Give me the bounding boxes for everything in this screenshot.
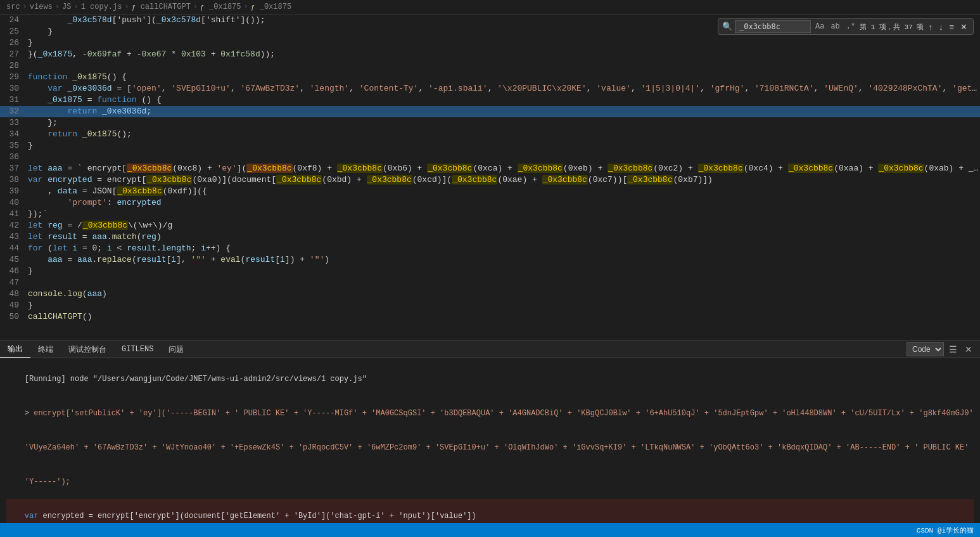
table-row: 43 let result = aaa.match(reg) xyxy=(0,231,980,243)
table-row: 26 } xyxy=(0,37,980,49)
list-item: 'Y-----'); xyxy=(6,465,974,499)
close-search-button[interactable]: ✕ xyxy=(958,22,969,32)
table-row: 50 callCHATGPT() xyxy=(0,311,980,323)
table-row: 33 }; xyxy=(0,117,980,129)
editor-area: 🔍 Aa ab .* 第 1 项，共 37 项 ↑ ↓ ≡ ✕ 24 _0x3c… xyxy=(0,15,980,340)
panel-settings-button[interactable]: ☰ xyxy=(946,344,960,355)
table-row: 31 _0x1875 = function () { xyxy=(0,94,980,106)
list-item: > encrypt['setPublicK' + 'ey']('-----BEG… xyxy=(6,396,974,430)
table-row: 34 return _0x1875(); xyxy=(0,129,980,140)
status-right: CSDN @i学长的猫 xyxy=(917,526,974,535)
table-row: 28 xyxy=(0,60,980,72)
function-icon: ƒ xyxy=(132,3,139,11)
tab-debug[interactable]: 调试控制台 xyxy=(61,342,114,358)
table-row: 46 } xyxy=(0,266,980,277)
search-icon: 🔍 xyxy=(722,22,732,32)
table-row: 32 return _0xe3036d; xyxy=(0,106,980,117)
breadcrumb-views[interactable]: views xyxy=(30,3,53,11)
breadcrumb: src › views › JS › 1 copy.js › ƒ callCHA… xyxy=(0,0,980,15)
table-row: 40 'prompt': encrypted xyxy=(0,197,980,209)
breadcrumb-0x1875a[interactable]: ƒ _0x1875 xyxy=(200,3,241,11)
table-row: 49 } xyxy=(0,300,980,311)
breadcrumb-src[interactable]: src xyxy=(6,3,20,11)
tab-problems[interactable]: 问题 xyxy=(161,342,191,358)
table-row: 41 });` xyxy=(0,209,980,220)
whole-word-icon[interactable]: ab xyxy=(829,22,841,32)
terminal-output: [Running] node "/Users/wangjun/Code/JNET… xyxy=(0,358,980,523)
code-editor[interactable]: 24 _0x3c578d['push'](_0x3c578d['shift'](… xyxy=(0,15,980,340)
table-row: 45 aaa = aaa.replace(result[i], '"' + ev… xyxy=(0,254,980,266)
breadcrumb-0x1875b[interactable]: ƒ _0x1875 xyxy=(251,3,291,11)
table-row: 44 for (let i = 0; i < result.length; i+… xyxy=(0,243,980,254)
output-dropdown[interactable]: Code xyxy=(907,342,944,356)
table-row: 38 var encrypted = encrypt[_0x3cbb8c(0xa… xyxy=(0,174,980,186)
case-sensitive-icon[interactable]: Aa xyxy=(813,22,826,32)
svg-text:ƒ: ƒ xyxy=(251,4,255,11)
list-item: var encrypted = encrypt['encrypt'](docum… xyxy=(6,499,974,523)
table-row: 48 console.log(aaa) xyxy=(0,288,980,300)
tab-output[interactable]: 输出 xyxy=(0,341,30,358)
next-match-button[interactable]: ↓ xyxy=(937,22,945,32)
regex-icon[interactable]: .* xyxy=(844,22,857,32)
search-menu-button[interactable]: ≡ xyxy=(947,22,956,32)
table-row: 42 let reg = /_0x3cbb8c\(\w+\)/g xyxy=(0,220,980,231)
tab-gitlens[interactable]: GITLENS xyxy=(114,342,161,356)
search-input[interactable] xyxy=(735,20,811,33)
function-icon3: ƒ xyxy=(251,3,258,11)
panel-close-button[interactable]: ✕ xyxy=(962,344,975,355)
status-bar: CSDN @i学长的猫 xyxy=(0,523,980,537)
table-row: 27 }(_0x1875, -0x69faf + -0xe67 * 0x103 … xyxy=(0,49,980,60)
table-row: 37 let aaa = ` encrypt[_0x3cbb8c(0xc8) +… xyxy=(0,163,980,174)
table-row: 30 var _0xe3036d = ['open', 'SVEpGIi0+u'… xyxy=(0,83,980,94)
list-item: 'VUyeZa64eh' + '67AwBzTD3z' + 'WJtYnoao4… xyxy=(6,430,974,465)
breadcrumb-js[interactable]: JS xyxy=(62,3,71,11)
breadcrumb-callchatgpt[interactable]: ƒ callCHATGPT xyxy=(132,3,191,11)
search-result-info: 第 1 项，共 37 项 xyxy=(860,22,924,32)
table-row: 39 , data = JSON[_0x3cbb8c(0xdf)]({ xyxy=(0,186,980,197)
table-row: 35 } xyxy=(0,140,980,152)
table-row: 29 function _0x1875() { xyxy=(0,72,980,83)
prev-match-button[interactable]: ↑ xyxy=(926,22,934,32)
table-row: 36 xyxy=(0,152,980,163)
breadcrumb-file[interactable]: 1 copy.js xyxy=(81,3,122,11)
function-icon2: ƒ xyxy=(200,3,208,11)
tab-terminal[interactable]: 终端 xyxy=(30,342,61,358)
svg-text:ƒ: ƒ xyxy=(200,4,204,11)
search-widget: 🔍 Aa ab .* 第 1 项，共 37 项 ↑ ↓ ≡ ✕ xyxy=(718,18,974,35)
list-item: [Running] node "/Users/wangjun/Code/JNET… xyxy=(6,362,974,396)
svg-text:ƒ: ƒ xyxy=(132,4,136,11)
panel-tabs: 输出 终端 调试控制台 GITLENS 问题 Code ☰ ✕ xyxy=(0,340,980,358)
table-row: 47 xyxy=(0,277,980,288)
